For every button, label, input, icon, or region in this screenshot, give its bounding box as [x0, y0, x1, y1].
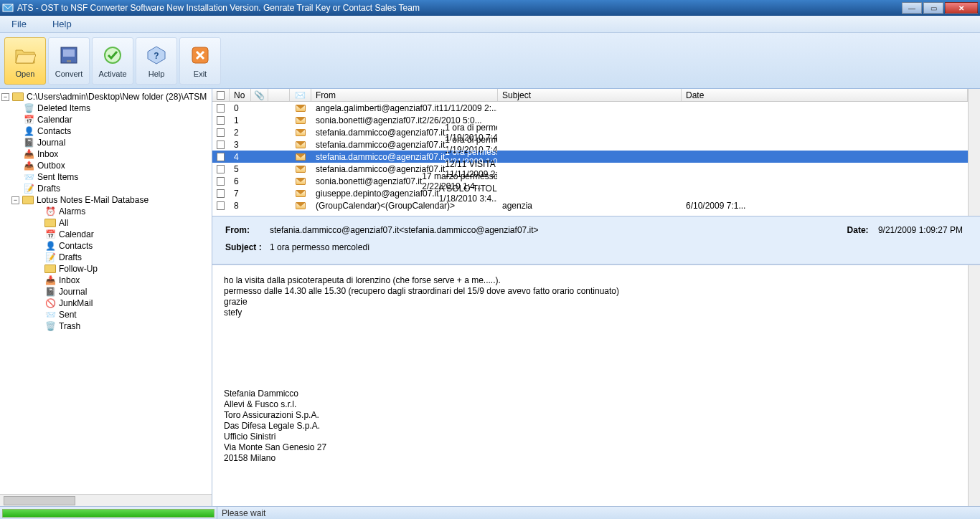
tree-item[interactable]: ⏰Alarms — [1, 206, 210, 217]
collapse-icon[interactable]: − — [11, 196, 19, 204]
contacts-icon: 👤 — [44, 242, 56, 250]
window-title: ATS - OST to NSF Converter Software New … — [17, 3, 420, 13]
col-attachment[interactable]: 📎 — [251, 89, 268, 101]
row-checkbox[interactable] — [217, 189, 225, 198]
row-envelope — [290, 141, 311, 148]
calendar-icon: 📅 — [44, 230, 56, 239]
email-list: No 📎 ✉️ From Subject Date 0angela.galimb… — [212, 89, 980, 216]
tree-item[interactable]: 📝Drafts — [1, 252, 210, 263]
menu-help[interactable]: Help — [45, 17, 79, 31]
tree-item[interactable]: 📨Sent Items — [1, 171, 210, 183]
open-button[interactable]: Open — [4, 37, 46, 85]
tree-item[interactable]: 📅Calendar — [1, 229, 210, 240]
list-vscrollbar[interactable] — [968, 89, 980, 216]
col-date[interactable]: Date — [682, 89, 968, 101]
status-text: Please wait — [217, 507, 980, 519]
tree-item[interactable]: Follow-Up — [1, 263, 210, 275]
tree-root[interactable]: − C:\Users\admin\Desktop\New folder (28)… — [1, 91, 210, 103]
row-envelope — [290, 129, 311, 136]
signature-line: Ufficio Sinistri — [224, 432, 956, 442]
tree-item[interactable]: 📤Outbox — [1, 160, 210, 171]
row-subject: 1 ora di permesso per PSICOTERAPEUTA LOR… — [445, 123, 498, 133]
row-checkbox[interactable] — [217, 141, 225, 149]
message-body[interactable]: ho la visita dalla psicoterapeuta di lor… — [212, 265, 968, 506]
folder-icon — [12, 92, 24, 101]
tree-item[interactable]: 📥Inbox — [1, 275, 210, 286]
close-button[interactable]: ✕ — [945, 2, 978, 14]
tree-item[interactable]: 👤Contacts — [1, 125, 210, 137]
svg-rect-2 — [63, 49, 75, 57]
row-checkbox[interactable] — [217, 201, 225, 210]
help-button[interactable]: ? Help — [136, 37, 177, 85]
preview-date: 9/21/2009 1:09:27 PM — [878, 225, 963, 235]
titlebar: ATS - OST to NSF Converter Software New … — [0, 0, 980, 16]
app-icon — [2, 2, 14, 14]
row-checkbox[interactable] — [217, 165, 225, 173]
row-checkbox[interactable] — [217, 128, 225, 137]
signature-line: Via Monte San Genesio 27 — [224, 442, 956, 453]
preview-header: From: stefania.dammicco@agenziaf07.it<st… — [212, 216, 980, 265]
convert-button[interactable]: Convert — [48, 37, 90, 85]
tree-item[interactable]: 🚫JunkMail — [1, 297, 210, 309]
col-from[interactable]: From — [311, 89, 498, 101]
envelope-icon — [296, 190, 306, 197]
paperclip-icon: 📎 — [254, 90, 265, 100]
row-checkbox[interactable] — [217, 104, 225, 113]
row-subject: 17 marzo permesso — [422, 171, 498, 181]
row-checkbox[interactable] — [217, 177, 225, 186]
tree-item[interactable]: 👤Contacts — [1, 240, 210, 252]
signature-line: Das Difesa Legale S.p.A. — [224, 421, 956, 432]
minimize-button[interactable]: — — [902, 2, 922, 14]
tree-hscrollbar[interactable] — [0, 494, 212, 506]
col-spacer — [268, 89, 290, 101]
col-envelope[interactable]: ✉️ — [290, 89, 311, 101]
envelope-icon — [296, 141, 306, 148]
body-line: ho la visita dalla psicoterapeuta di lor… — [224, 275, 956, 286]
tree-item[interactable]: 📓Journal — [1, 286, 210, 297]
row-envelope — [290, 105, 311, 112]
body-vscrollbar[interactable] — [968, 265, 980, 506]
envelope-icon — [296, 178, 306, 185]
table-row[interactable]: 7giuseppe.depinto@agenziaf07.itA SOLO TI… — [212, 187, 968, 199]
row-subject: 1 ora permesso mercoledì — [445, 147, 498, 157]
preview-body: ho la visita dalla psicoterapeuta di lor… — [212, 265, 980, 506]
col-checkbox[interactable] — [212, 89, 230, 101]
contacts-icon: 👤 — [23, 127, 34, 135]
body-line: grazie — [224, 297, 956, 308]
tree-item[interactable]: 📥Inbox — [1, 148, 210, 160]
tree-item[interactable]: All — [1, 217, 210, 229]
row-no: 2 — [230, 128, 251, 138]
row-date: 6/10/2009 7:1... — [682, 201, 968, 211]
row-checkbox[interactable] — [217, 116, 225, 125]
envelope-icon — [296, 153, 306, 161]
tree-item[interactable]: 🗑️Deleted Items — [1, 103, 210, 114]
tree-lotus[interactable]: − Lotus Notes E-Mail Database — [1, 194, 210, 206]
activate-button[interactable]: Activate — [92, 37, 133, 85]
row-envelope — [290, 166, 311, 173]
exit-button[interactable]: Exit — [179, 37, 221, 85]
open-icon — [14, 44, 37, 67]
preview-from: stefania.dammicco@agenziaf07.it<stefania… — [270, 225, 539, 235]
tree-item[interactable]: 📝Drafts — [1, 183, 210, 194]
tree-item[interactable]: 📓Journal — [1, 137, 210, 148]
drafts-icon: 📝 — [44, 253, 56, 262]
tree-item[interactable]: 🗑️Trash — [1, 320, 210, 332]
journal-icon: 📓 — [44, 287, 56, 296]
preview-from-label: From: — [225, 225, 264, 235]
row-no: 0 — [230, 103, 251, 113]
tree-item[interactable]: 📨Sent — [1, 309, 210, 320]
tree-item[interactable]: 📅Calendar — [1, 114, 210, 125]
trash-icon: 🗑️ — [44, 322, 56, 330]
menubar: File Help — [0, 16, 980, 33]
maximize-button[interactable]: ▭ — [923, 2, 943, 14]
folder-tree[interactable]: − C:\Users\admin\Desktop\New folder (28)… — [0, 89, 212, 494]
sent-icon: 📨 — [23, 173, 34, 181]
collapse-icon[interactable]: − — [1, 93, 9, 101]
col-no[interactable]: No — [230, 89, 251, 101]
row-checkbox[interactable] — [217, 153, 225, 161]
col-subject[interactable]: Subject — [498, 89, 682, 101]
menu-file[interactable]: File — [4, 17, 34, 31]
table-row[interactable]: 0angela.galimberti@agenziaf07.it11/11/20… — [212, 102, 968, 114]
table-row[interactable]: 8(GroupCalendar)<(GroupCalendar)>agenzia… — [212, 199, 968, 211]
signature-line: 20158 Milano — [224, 453, 956, 464]
